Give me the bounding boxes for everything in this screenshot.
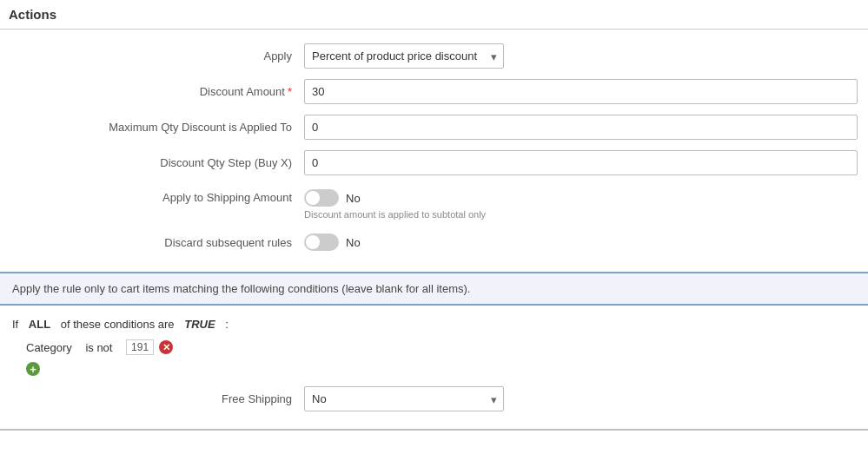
add-condition-row: + [0,359,868,379]
bottom-divider [0,429,868,431]
apply-shipping-no-label: No [346,192,361,205]
discard-rules-control: No [304,234,859,251]
condition-delete-button[interactable]: ✕ [159,340,173,354]
apply-shipping-slider [304,189,339,207]
condition-field[interactable]: Category [26,341,72,354]
apply-control: Percent of product price discount Fixed … [304,43,859,69]
condition-value[interactable]: 191 [126,339,154,355]
max-qty-input[interactable] [304,115,858,140]
apply-shipping-toggle-wrapper: No [304,189,859,207]
if-all-label[interactable]: ALL [29,318,50,331]
free-shipping-label: Free Shipping [9,392,304,405]
apply-select-wrapper: Percent of product price discount Fixed … [304,43,504,69]
discard-rules-toggle[interactable] [304,234,339,251]
qty-step-control [304,150,859,175]
conditions-banner: Apply the rule only to cart items matchi… [0,272,868,306]
if-true-label[interactable]: TRUE [184,318,215,331]
if-middle: of these conditions are [61,318,175,331]
discount-amount-control [304,79,859,104]
if-suffix: : [225,318,229,331]
discount-amount-input[interactable] [304,79,858,104]
condition-item-row: Category is not 191 ✕ [0,336,868,359]
free-shipping-select[interactable]: No For matching items only For shipment … [304,386,504,411]
discard-rules-toggle-wrapper: No [304,234,859,251]
add-condition-button[interactable]: + [26,362,40,376]
section-title: Actions [0,0,868,30]
conditions-if-row: If ALL of these conditions are TRUE : [0,313,868,336]
apply-shipping-toggle[interactable] [304,189,339,207]
qty-step-row: Discount Qty Step (Buy X) [0,145,868,181]
apply-shipping-row: Apply to Shipping Amount No Discount amo… [0,181,868,225]
required-marker: * [288,85,292,98]
discount-amount-row: Discount Amount* [0,74,868,109]
apply-shipping-control: No Discount amount is applied to subtota… [304,189,859,220]
free-shipping-select-wrapper: No For matching items only For shipment … [304,386,504,411]
apply-select[interactable]: Percent of product price discount Fixed … [304,43,504,69]
apply-label: Apply [9,49,304,63]
if-prefix: If [12,318,18,331]
free-shipping-control: No For matching items only For shipment … [304,386,859,411]
discard-rules-label: Discard subsequent rules [9,236,304,249]
apply-row: Apply Percent of product price discount … [0,38,868,74]
max-qty-row: Maximum Qty Discount is Applied To [0,109,868,145]
discard-rules-row: Discard subsequent rules No [0,225,868,263]
apply-shipping-label: Apply to Shipping Amount [9,189,304,204]
free-shipping-row: Free Shipping No For matching items only… [0,379,868,418]
qty-step-input[interactable] [304,150,858,175]
discard-rules-slider [304,234,339,251]
max-qty-label: Maximum Qty Discount is Applied To [9,121,304,134]
discount-amount-label: Discount Amount* [9,85,304,98]
condition-operator[interactable]: is not [85,341,112,354]
discard-rules-no-label: No [346,236,361,249]
qty-step-label: Discount Qty Step (Buy X) [9,156,304,169]
apply-shipping-hint: Discount amount is applied to subtotal o… [304,209,859,220]
max-qty-control [304,115,859,140]
